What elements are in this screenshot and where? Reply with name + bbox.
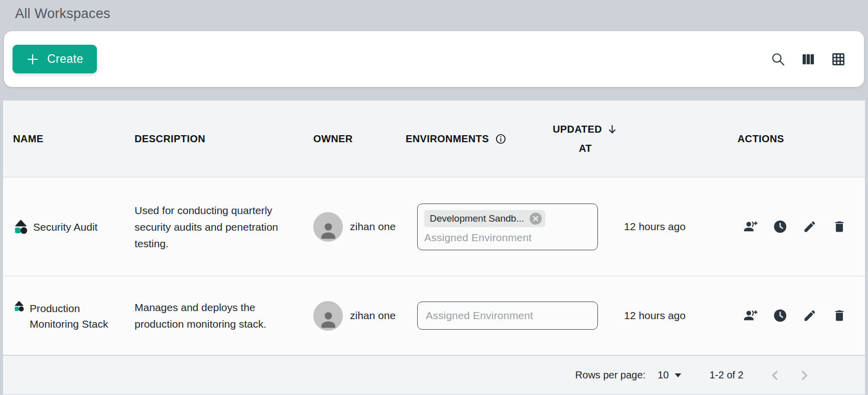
history-clock-icon[interactable] xyxy=(773,220,787,234)
workspace-shapes-icon xyxy=(14,219,28,234)
workspaces-table: NAME DESCRIPTION OWNER ENVIRONMENTS UPDA… xyxy=(3,101,865,394)
pagination-range: 1-2 of 2 xyxy=(709,369,743,381)
create-button[interactable]: Create xyxy=(13,45,97,73)
chevron-down-icon xyxy=(675,373,681,377)
plus-icon xyxy=(26,53,39,66)
add-user-icon[interactable] xyxy=(743,220,758,234)
rows-per-page-value: 10 xyxy=(658,369,669,381)
avatar xyxy=(313,212,343,242)
owner-name: zihan one xyxy=(350,221,396,233)
table-row: Production Monitoring Stack Manages and … xyxy=(3,276,865,355)
rows-per-page-label: Rows per page: xyxy=(575,369,646,381)
owner-name: zihan one xyxy=(350,310,396,322)
assigned-environment-input[interactable]: Development Sandb... Assigned Environmen… xyxy=(417,204,598,250)
toolbar: Create xyxy=(4,31,864,87)
chevron-left-icon[interactable] xyxy=(768,368,783,383)
workspace-description: Used for conducting quarterly security a… xyxy=(135,202,313,252)
page-title: All Workspaces xyxy=(15,6,110,21)
grid-icon[interactable] xyxy=(831,52,846,67)
history-clock-icon[interactable] xyxy=(773,309,787,323)
column-header-description: DESCRIPTION xyxy=(135,133,313,145)
environment-placeholder: Assigned Environment xyxy=(426,310,589,322)
close-icon[interactable] xyxy=(529,212,542,225)
column-header-updated-at[interactable]: UPDATED AT xyxy=(598,120,721,158)
actions-cell xyxy=(721,220,865,234)
owner-cell: zihan one xyxy=(313,212,400,242)
table-row: Security Audit Used for conducting quart… xyxy=(3,177,865,276)
view-columns-icon[interactable] xyxy=(801,52,816,67)
edit-pencil-icon[interactable] xyxy=(803,309,817,323)
workspace-name-cell: Production Monitoring Stack xyxy=(3,300,135,332)
delete-trash-icon[interactable] xyxy=(832,220,846,234)
column-header-environments-label: ENVIRONMENTS xyxy=(406,133,489,145)
owner-cell: zihan one xyxy=(313,301,400,331)
pager-buttons xyxy=(768,368,812,383)
workspace-name: Security Audit xyxy=(33,219,97,235)
arrow-down-icon xyxy=(606,124,618,135)
chevron-right-icon[interactable] xyxy=(797,368,812,383)
pagination-bar: Rows per page: 10 1-2 of 2 xyxy=(3,355,865,394)
workspace-name: Production Monitoring Stack xyxy=(30,300,110,332)
column-header-name: NAME xyxy=(3,133,135,145)
table-header-row: NAME DESCRIPTION OWNER ENVIRONMENTS UPDA… xyxy=(3,101,865,177)
environment-chip-label: Development Sandb... xyxy=(430,213,524,224)
avatar xyxy=(313,301,343,331)
environments-cell: Development Sandb... Assigned Environmen… xyxy=(400,204,598,250)
edit-pencil-icon[interactable] xyxy=(803,220,817,234)
environment-chip[interactable]: Development Sandb... xyxy=(424,210,545,227)
assigned-environment-input[interactable]: Assigned Environment xyxy=(417,302,598,330)
delete-trash-icon[interactable] xyxy=(832,309,846,323)
workspace-description: Manages and deploys the production monit… xyxy=(135,299,313,332)
title-bar: All Workspaces xyxy=(0,0,868,31)
rows-per-page-select[interactable]: 10 xyxy=(658,369,681,381)
add-user-icon[interactable] xyxy=(743,309,758,323)
create-button-label: Create xyxy=(47,52,83,66)
updated-at-label-line2: AT xyxy=(579,139,592,158)
updated-at-label-line1: UPDATED xyxy=(553,120,602,139)
column-header-actions: ACTIONS xyxy=(721,133,865,145)
info-icon[interactable] xyxy=(495,133,507,145)
column-header-owner: OWNER xyxy=(313,133,400,145)
workspace-shapes-icon xyxy=(14,301,24,312)
actions-cell xyxy=(721,309,865,323)
environment-placeholder: Assigned Environment xyxy=(424,232,591,244)
environments-cell: Assigned Environment xyxy=(400,302,598,330)
toolbar-icons xyxy=(771,52,846,67)
workspace-name-cell: Security Audit xyxy=(3,219,135,235)
updated-at-value: 12 hours ago xyxy=(598,310,721,322)
search-icon[interactable] xyxy=(771,52,786,67)
updated-at-value: 12 hours ago xyxy=(598,221,721,233)
